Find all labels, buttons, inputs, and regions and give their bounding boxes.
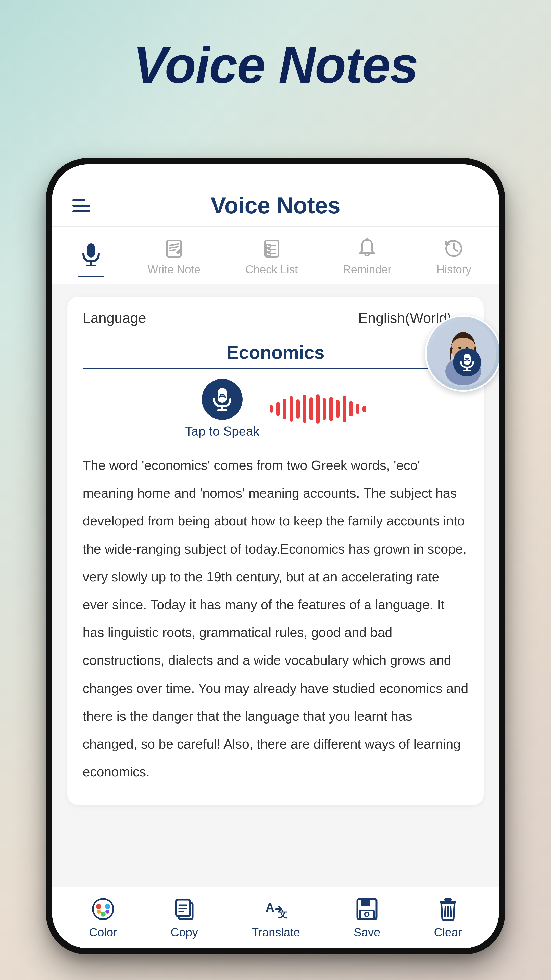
- svg-point-45: [365, 912, 369, 916]
- note-title: Economics: [83, 342, 468, 369]
- svg-rect-16: [218, 388, 227, 403]
- main-content: Language English(World) ▼ Economics: [52, 284, 499, 886]
- clear-label: Clear: [434, 925, 462, 939]
- save-label: Save: [354, 925, 380, 939]
- bell-icon: [356, 237, 379, 260]
- translate-label: Translate: [251, 925, 300, 939]
- status-bar: [52, 164, 499, 185]
- svg-text:文: 文: [278, 909, 287, 920]
- copy-button[interactable]: Copy: [171, 896, 198, 939]
- save-button[interactable]: Save: [354, 896, 380, 939]
- menu-button[interactable]: [73, 199, 90, 212]
- svg-rect-0: [87, 243, 95, 258]
- svg-point-31: [100, 912, 106, 917]
- bottom-toolbar: Color Copy: [52, 886, 499, 948]
- translate-button[interactable]: A 文 Translate: [251, 896, 300, 939]
- tab-write-note-label: Write Note: [148, 263, 200, 276]
- tab-check-list[interactable]: Check List: [245, 237, 298, 276]
- tab-write-note[interactable]: Write Note: [148, 237, 200, 276]
- history-icon: [442, 237, 465, 260]
- language-value: English(World): [358, 310, 451, 326]
- note-card: Language English(World) ▼ Economics: [67, 297, 484, 805]
- svg-line-6: [169, 250, 175, 251]
- color-icon: [90, 896, 116, 922]
- svg-rect-44: [360, 910, 374, 918]
- clear-button[interactable]: Clear: [434, 896, 462, 939]
- app-header-title: Voice Notes: [211, 192, 341, 219]
- copy-label: Copy: [171, 925, 198, 939]
- svg-line-5: [169, 247, 179, 248]
- tap-to-speak-button[interactable]: [202, 379, 243, 420]
- svg-point-29: [96, 904, 101, 909]
- svg-point-30: [105, 904, 110, 909]
- svg-rect-43: [361, 899, 370, 906]
- svg-line-50: [451, 907, 451, 916]
- color-button[interactable]: Color: [89, 896, 117, 939]
- tab-bar: Write Note Check List: [52, 227, 499, 284]
- svg-line-4: [169, 244, 179, 245]
- color-label: Color: [89, 925, 117, 939]
- tab-history[interactable]: History: [437, 237, 472, 276]
- svg-point-22: [458, 347, 461, 349]
- microphone-icon: [79, 243, 103, 266]
- translate-icon: A 文: [263, 896, 289, 922]
- svg-rect-47: [445, 898, 451, 901]
- tab-reminder[interactable]: Reminder: [343, 237, 392, 276]
- svg-text:A: A: [265, 900, 275, 914]
- tap-to-speak-label: Tap to Speak: [185, 424, 259, 439]
- svg-rect-3: [167, 240, 181, 257]
- note-text-content: The word 'economics' comes from two Gree…: [83, 452, 468, 789]
- tab-voice[interactable]: [79, 243, 103, 269]
- page-title: Voice Notes: [0, 36, 551, 94]
- audio-waveform: [270, 393, 366, 424]
- language-row: Language English(World) ▼: [83, 310, 468, 334]
- save-icon: [354, 896, 380, 922]
- tab-reminder-label: Reminder: [343, 263, 392, 276]
- language-label: Language: [83, 310, 146, 326]
- floating-mic-badge: [453, 348, 481, 376]
- write-note-icon: [162, 237, 186, 260]
- tab-checklist-label: Check List: [245, 263, 298, 276]
- trash-icon: [435, 896, 461, 922]
- mic-waveform-row: Tap to Speak: [83, 379, 468, 439]
- phone-screen: Voice Notes: [52, 164, 499, 948]
- checklist-icon: [260, 237, 283, 260]
- app-header: Voice Notes: [52, 185, 499, 227]
- svg-line-48: [445, 907, 445, 916]
- svg-point-32: [97, 910, 101, 914]
- svg-point-33: [105, 910, 110, 914]
- copy-icon: [171, 896, 197, 922]
- note-text-paragraph-1: The word 'economics' comes from two Gree…: [83, 452, 468, 789]
- tab-history-label: History: [437, 263, 472, 276]
- phone-frame: Voice Notes: [46, 158, 505, 955]
